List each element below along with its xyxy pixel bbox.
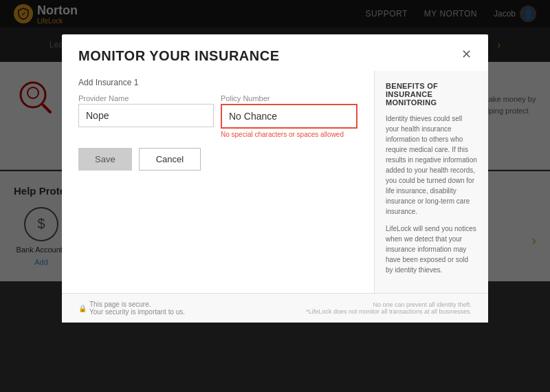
benefits-title: BENEFITS OF INSURANCE MONITORING: [386, 82, 477, 107]
form-actions: Save Cancel: [78, 148, 358, 171]
cancel-button[interactable]: Cancel: [139, 148, 201, 171]
modal-footer: 🔒 This page is secure. Your security is …: [62, 293, 488, 323]
insurance-modal: MONITOR YOUR INSURANCE ✕ Add Insurance 1…: [62, 34, 488, 323]
benefits-text-2: LifeLock will send you notices when we d…: [386, 224, 477, 275]
save-button[interactable]: Save: [78, 148, 132, 171]
secure-text: This page is secure.: [89, 301, 151, 308]
policy-input[interactable]: [221, 104, 358, 129]
form-row: Provider Name Policy Number No special c…: [78, 94, 358, 138]
modal-body: Add Insurance 1 Provider Name Policy Num…: [62, 71, 488, 293]
modal-form-area: Add Insurance 1 Provider Name Policy Num…: [62, 71, 374, 293]
policy-label: Policy Number: [221, 94, 358, 102]
benefits-text-1: Identity thieves could sell your health …: [386, 113, 477, 217]
modal-title: MONITOR YOUR INSURANCE: [78, 48, 280, 64]
secure-indicator: 🔒 This page is secure. Your security is …: [78, 301, 185, 316]
modal-header: MONITOR YOUR INSURANCE ✕: [62, 34, 488, 71]
modal-close-button[interactable]: ✕: [461, 48, 472, 61]
lock-icon: 🔒: [78, 305, 87, 312]
provider-label: Provider Name: [78, 94, 214, 102]
modal-overlay: MONITOR YOUR INSURANCE ✕ Add Insurance 1…: [0, 0, 550, 392]
policy-field-group: Policy Number No special characters or s…: [221, 94, 358, 138]
policy-error-message: No special characters or spaces allowed: [221, 131, 358, 138]
provider-field-group: Provider Name: [78, 94, 214, 138]
provider-input[interactable]: [78, 104, 214, 127]
secure-label: This page is secure. Your security is im…: [89, 301, 185, 316]
add-insurance-label: Add Insurance 1: [78, 78, 358, 87]
footer-disclaimer: No one can prevent all identity theft. *…: [306, 301, 472, 315]
modal-benefits-panel: BENEFITS OF INSURANCE MONITORING Identit…: [374, 71, 488, 293]
secure-sub: Your security is important to us.: [89, 308, 185, 316]
